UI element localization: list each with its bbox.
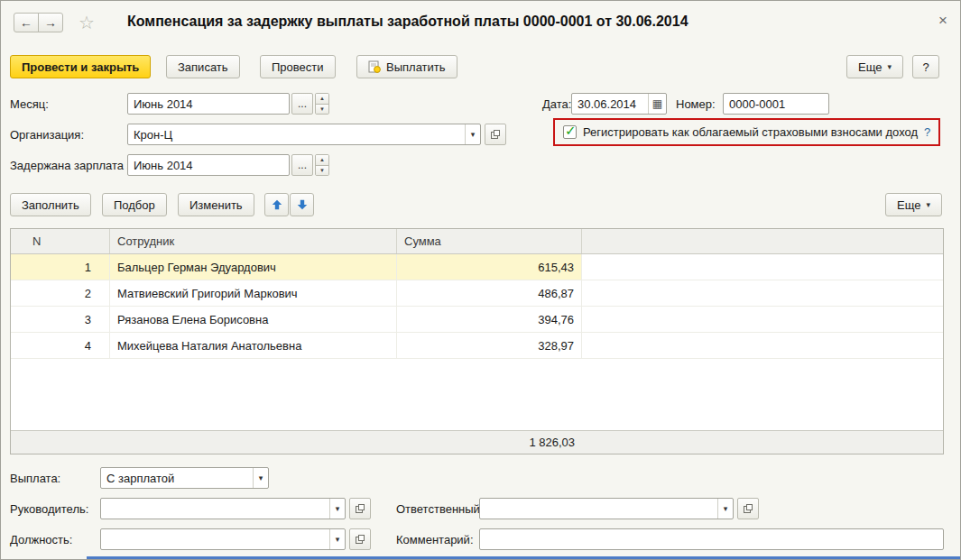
fill-button[interactable]: Заполнить: [10, 193, 91, 216]
comment-input[interactable]: [479, 528, 944, 550]
help-button[interactable]: ?: [912, 55, 939, 78]
responsible-dropdown-icon[interactable]: ▾: [717, 499, 733, 519]
forward-icon: →: [44, 15, 57, 30]
table-total-row: 1 826,03: [11, 430, 943, 454]
delayed-salary-value: Июнь 2014: [128, 159, 289, 172]
table-row[interactable]: 2 Матвиевский Григорий Маркович 486,87: [11, 280, 943, 307]
row-employee: Михейцева Наталия Анатольевна: [110, 333, 397, 358]
row-amount: 394,76: [397, 307, 582, 332]
delayed-salary-ellipsis-button[interactable]: ...: [291, 154, 313, 176]
calendar-icon[interactable]: ▦: [648, 94, 666, 114]
manager-label: Руководитель:: [10, 502, 88, 516]
pay-icon: [368, 60, 381, 73]
delayed-salary-input[interactable]: Июнь 2014: [127, 154, 290, 176]
spin-up-icon[interactable]: ▲: [316, 94, 328, 105]
row-filler: [582, 280, 943, 306]
comment-label: Комментарий:: [396, 533, 474, 546]
forward-button[interactable]: →: [38, 13, 63, 32]
page-title: Компенсация за задержку выплаты заработн…: [127, 14, 688, 30]
back-icon: ←: [20, 15, 32, 30]
table-header: N Сотрудник Сумма: [11, 229, 943, 254]
spin-down-icon[interactable]: ▼: [316, 166, 328, 176]
row-amount: 328,97: [397, 333, 582, 358]
month-value: Июнь 2014: [128, 97, 289, 111]
spin-up-icon[interactable]: ▲: [316, 155, 328, 166]
chevron-down-icon: ▾: [887, 62, 892, 71]
more-button-label: Еще: [897, 198, 920, 212]
number-value: 0000-0001: [724, 97, 828, 111]
more-button-top[interactable]: Еще ▾: [846, 55, 903, 78]
row-number: 3: [11, 307, 110, 332]
write-button[interactable]: Записать: [166, 55, 240, 78]
organization-dropdown-icon[interactable]: ▾: [465, 124, 480, 144]
row-filler: [582, 307, 943, 332]
row-number: 1: [11, 254, 110, 280]
manager-combo[interactable]: ▾: [100, 498, 346, 519]
table-row[interactable]: 1 Бальцер Герман Эдуардович 615,43: [11, 254, 943, 280]
open-icon: [743, 503, 753, 514]
delayed-salary-spinner: ▲ ▼: [315, 154, 329, 176]
position-combo[interactable]: ▾: [100, 528, 346, 550]
responsible-combo[interactable]: ▾: [479, 498, 734, 519]
pick-button[interactable]: Подбор: [102, 193, 167, 216]
table-row[interactable]: 4 Михейцева Наталия Анатольевна 328,97: [11, 333, 943, 359]
register-insured-help-link[interactable]: ?: [924, 125, 930, 139]
organization-value: Крон-Ц: [128, 128, 465, 142]
manager-dropdown-icon[interactable]: ▾: [329, 499, 345, 519]
month-label: Месяц:: [10, 97, 49, 111]
favorite-star-icon[interactable]: ☆: [79, 14, 95, 32]
responsible-label: Ответственный:: [396, 502, 483, 516]
document-window: ← → ☆ Компенсация за задержку выплаты за…: [0, 0, 961, 560]
column-header-amount[interactable]: Сумма: [397, 229, 582, 253]
position-dropdown-icon[interactable]: ▾: [329, 529, 345, 549]
month-spinner: ▲ ▼: [315, 93, 329, 115]
column-header-filler: [582, 229, 943, 253]
position-open-button[interactable]: [349, 528, 371, 550]
organization-combo[interactable]: Крон-Ц ▾: [127, 124, 481, 145]
number-input[interactable]: 0000-0001: [723, 93, 829, 115]
post-button[interactable]: Провести: [260, 55, 336, 78]
back-button[interactable]: ←: [14, 13, 39, 32]
open-icon: [355, 534, 365, 545]
date-value: 30.06.2014: [572, 97, 648, 111]
row-amount: 615,43: [397, 254, 582, 280]
column-header-n[interactable]: N: [11, 229, 110, 253]
post-and-close-button[interactable]: Провести и закрыть: [10, 55, 151, 78]
manager-open-button[interactable]: [349, 498, 371, 519]
move-up-icon: [271, 198, 283, 211]
edit-button[interactable]: Изменить: [178, 193, 254, 216]
row-filler: [582, 254, 943, 280]
row-number: 4: [11, 333, 110, 358]
open-icon: [490, 129, 501, 140]
number-label: Номер:: [676, 97, 716, 111]
organization-label: Организация:: [10, 128, 84, 142]
more-button-table[interactable]: Еще ▾: [885, 193, 942, 216]
delayed-salary-label: Задержана зарплата за:: [10, 159, 143, 172]
more-button-label: Еще: [858, 60, 882, 74]
payment-dropdown-icon[interactable]: ▾: [253, 468, 268, 488]
move-down-button[interactable]: [290, 193, 314, 216]
total-amount: 1 826,03: [397, 431, 582, 454]
nav-buttons: ← →: [14, 13, 63, 32]
close-icon[interactable]: ×: [938, 13, 947, 28]
responsible-open-button[interactable]: [737, 498, 759, 519]
open-icon: [355, 503, 365, 514]
payment-combo[interactable]: С зарплатой ▾: [100, 467, 269, 489]
bottom-edge-strip: [87, 556, 961, 560]
month-input[interactable]: Июнь 2014: [127, 93, 290, 115]
position-label: Должность:: [10, 533, 72, 546]
pay-button-label: Выплатить: [386, 60, 446, 74]
check-icon: ✓: [565, 123, 577, 139]
table-row[interactable]: 3 Рязанова Елена Борисовна 394,76: [11, 307, 943, 333]
chevron-down-icon: ▾: [926, 200, 930, 209]
row-employee: Рязанова Елена Борисовна: [110, 307, 397, 332]
register-insured-checkbox[interactable]: ✓: [563, 125, 577, 139]
pay-button[interactable]: Выплатить: [356, 55, 457, 78]
month-ellipsis-button[interactable]: ...: [291, 93, 313, 115]
move-up-button[interactable]: [264, 193, 289, 216]
spin-down-icon[interactable]: ▼: [316, 105, 328, 115]
row-filler: [582, 333, 943, 358]
organization-open-button[interactable]: [485, 124, 506, 145]
date-input[interactable]: 30.06.2014 ▦: [571, 93, 667, 115]
column-header-employee[interactable]: Сотрудник: [110, 229, 397, 253]
